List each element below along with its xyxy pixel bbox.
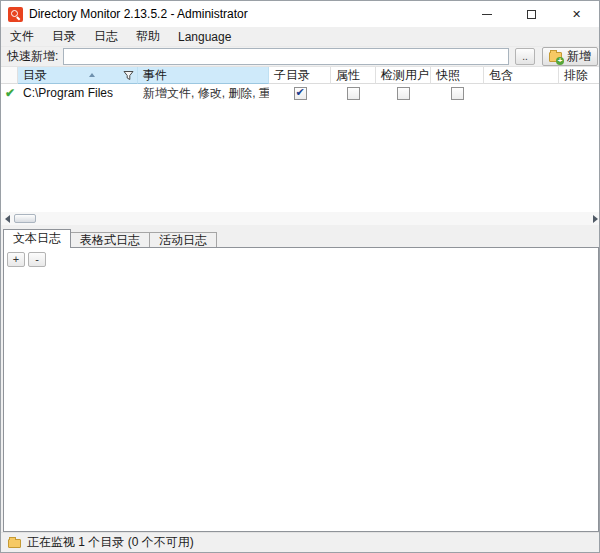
directories-table: 目录 事件 子目录 属性 检测用户 快照 包含 排除 ✔ C:\Program … (1, 66, 600, 224)
maximize-button[interactable] (509, 1, 554, 27)
column-header-label: 排除 (564, 67, 588, 84)
scrollbar-thumb[interactable] (14, 214, 36, 223)
tab-table-log[interactable]: 表格式日志 (71, 232, 150, 248)
column-header-exclude[interactable]: 排除 (559, 67, 600, 84)
sort-ascending-icon (89, 73, 95, 77)
row-exclude-cell (559, 84, 600, 102)
minimize-icon (482, 14, 492, 15)
column-header-label: 子目录 (274, 67, 310, 84)
menu-log[interactable]: 日志 (85, 26, 127, 47)
add-directory-button[interactable]: 新增 (542, 47, 598, 66)
folder-icon (8, 539, 21, 548)
filter-funnel-icon[interactable] (123, 70, 134, 81)
directory-path: C:\Program Files (23, 86, 113, 100)
status-bar: 正在监视 1 个目录 (0 个不可用) (1, 532, 599, 552)
column-header-label: 事件 (143, 67, 167, 84)
column-header-label: 快照 (436, 67, 460, 84)
menu-directory[interactable]: 目录 (43, 26, 85, 47)
app-window: Directory Monitor 2.13.5.2 - Administrat… (0, 0, 600, 553)
add-button-label: 新增 (567, 48, 591, 65)
column-header-attributes[interactable]: 属性 (331, 67, 376, 84)
arrow-right-icon (593, 215, 598, 223)
scroll-left-button[interactable] (1, 212, 13, 225)
column-header-subdirs[interactable]: 子目录 (269, 67, 331, 84)
table-row[interactable]: ✔ C:\Program Files 新增文件, 修改, 删除, 重... (1, 84, 600, 102)
arrow-left-icon (5, 215, 10, 223)
table-header-row: 目录 事件 子目录 属性 检测用户 快照 包含 排除 (1, 67, 600, 84)
log-tab-bar: 文本日志 表格式日志 活动日志 (3, 230, 597, 248)
tab-activity-log[interactable]: 活动日志 (150, 232, 217, 248)
text-log-panel: + - (3, 247, 599, 532)
row-subdirs-cell (269, 84, 331, 102)
subdirs-checkbox[interactable] (294, 87, 307, 100)
log-content[interactable] (7, 272, 595, 528)
title-bar: Directory Monitor 2.13.5.2 - Administrat… (1, 1, 599, 27)
menu-language[interactable]: Language (169, 28, 240, 46)
column-header-include[interactable]: 包含 (484, 67, 559, 84)
monitoring-active-check-icon: ✔ (5, 86, 15, 100)
row-directory-cell: C:\Program Files (18, 84, 138, 102)
column-header-label: 目录 (23, 67, 47, 84)
window-title: Directory Monitor 2.13.5.2 - Administrat… (29, 7, 248, 21)
minimize-button[interactable] (464, 1, 509, 27)
column-header-label: 包含 (489, 67, 513, 84)
menu-bar: 文件 目录 日志 帮助 Language (1, 27, 599, 47)
tab-text-log[interactable]: 文本日志 (3, 229, 71, 248)
attributes-checkbox[interactable] (347, 87, 360, 100)
row-detect-user-cell (376, 84, 431, 102)
browse-button[interactable]: .. (515, 48, 535, 65)
quick-add-input[interactable] (63, 48, 509, 65)
row-include-cell (484, 84, 559, 102)
column-header-detect-user[interactable]: 检测用户 (376, 67, 431, 84)
column-header-directory[interactable]: 目录 (18, 67, 138, 84)
quick-add-label: 快速新增: (7, 48, 58, 65)
snapshot-checkbox[interactable] (451, 87, 464, 100)
events-summary: 新增文件, 修改, 删除, 重... (143, 85, 269, 102)
quick-add-bar: 快速新增: .. 新增 (1, 47, 599, 66)
close-icon: ✕ (572, 8, 581, 21)
menu-file[interactable]: 文件 (1, 26, 43, 47)
row-events-cell: 新增文件, 修改, 删除, 重... (138, 84, 269, 102)
font-increase-button[interactable]: + (7, 252, 25, 267)
column-header-label: 属性 (336, 67, 360, 84)
menu-help[interactable]: 帮助 (127, 26, 169, 47)
scroll-right-button[interactable] (589, 212, 600, 225)
column-header-events[interactable]: 事件 (138, 67, 269, 84)
app-logo-magnifier-icon (8, 7, 23, 22)
column-header-label: 检测用户 (381, 67, 429, 84)
column-header-snapshot[interactable]: 快照 (431, 67, 484, 84)
status-text: 正在监视 1 个目录 (0 个不可用) (27, 534, 194, 551)
horizontal-scrollbar[interactable] (1, 212, 600, 225)
folder-plus-icon (549, 52, 562, 62)
maximize-icon (527, 10, 536, 19)
row-snapshot-cell (431, 84, 484, 102)
row-status-cell: ✔ (1, 84, 18, 102)
column-header-indicator (1, 67, 18, 84)
font-decrease-button[interactable]: - (28, 252, 46, 267)
row-attributes-cell (331, 84, 376, 102)
close-button[interactable]: ✕ (554, 1, 599, 27)
detect-user-checkbox[interactable] (397, 87, 410, 100)
